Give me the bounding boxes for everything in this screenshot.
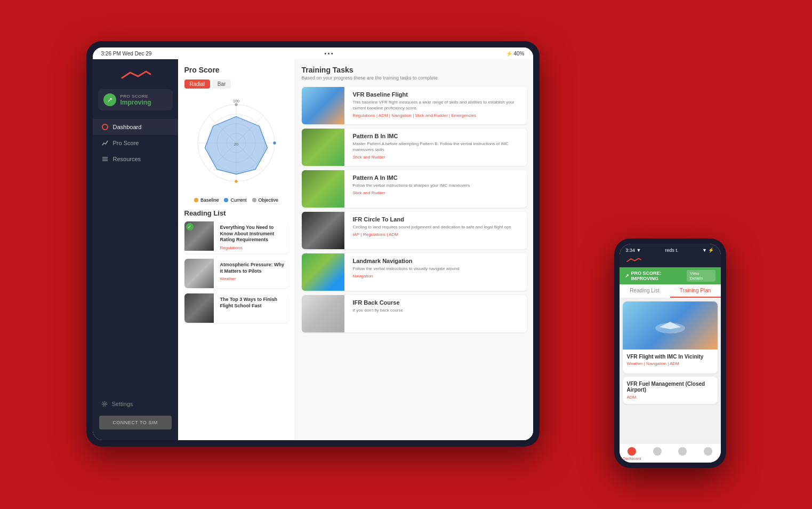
- task-desc-4: Follow the verbal instructions to visual…: [353, 266, 522, 272]
- improving-icon: ↗: [625, 273, 629, 279]
- task-thumb-3: [302, 212, 344, 249]
- task-info-1: Pattern B In IMC Master Pattern A before…: [349, 129, 527, 166]
- pro-score-nav-icon: [101, 139, 109, 147]
- reading-info-2: The Top 3 Ways to Finish Flight School F…: [218, 293, 288, 323]
- baseline-dot: [194, 198, 198, 202]
- reading-thumb-2: [184, 293, 214, 323]
- view-details-button[interactable]: View Details: [687, 270, 715, 282]
- task-name-1: Pattern B In IMC: [353, 133, 522, 139]
- radial-toggle-button[interactable]: Radial: [184, 79, 210, 89]
- iphone-battery: ▼ ⚡: [702, 248, 714, 253]
- pro-score-label: PRO SCORE: [120, 94, 151, 99]
- scene: 3:26 PM Wed Dec 29 • • • ⚡ 40% ↗ PR: [86, 41, 726, 468]
- task-desc-5: If you don't fly back course: [353, 307, 522, 313]
- training-tasks-subtitle: Based on your progress these are the tra…: [302, 75, 527, 81]
- task-name-0: VFR Baseline Flight: [353, 91, 522, 98]
- task-item-1[interactable]: Pattern B In IMC Master Pattern A before…: [302, 129, 527, 166]
- chart-icon: [653, 447, 662, 456]
- iphone-card-tags-0: Weather | Navigation | ADM: [627, 361, 713, 366]
- tab-training-plan[interactable]: Training Plan: [670, 284, 721, 298]
- reading-item-title-0: Everything You Need to Know About Instru…: [220, 225, 286, 243]
- task-info-0: VFR Baseline Flight This baseline VFR fl…: [349, 87, 527, 124]
- legend-objective: Objective: [252, 197, 279, 203]
- tab-reading-list[interactable]: Reading List: [620, 284, 670, 298]
- iphone-nav-dashboard-label: Dashboard: [623, 457, 641, 460]
- ipad-dots: • • •: [325, 51, 333, 57]
- ipad-status-bar: 3:26 PM Wed Dec 29 • • • ⚡ 40%: [93, 47, 533, 59]
- svg-point-4: [102, 402, 107, 407]
- iphone-device: 3:34 ▼ reds t. ▼ ⚡ ↗ PRO SCORE: IMPROVIN…: [614, 238, 726, 468]
- task-item-2[interactable]: Pattern A In IMC Follow the verbal instr…: [302, 170, 527, 208]
- resources-icon: [101, 155, 109, 163]
- pro-score-panel: Pro Score Radial Bar: [178, 59, 295, 440]
- pro-score-panel-title: Pro Score: [184, 66, 288, 74]
- iphone-card-1[interactable]: VFR Fuel Management (Closed Airport) ADM: [623, 377, 718, 404]
- task-tags-0: Regulations | ADM | Navigation | Stick a…: [353, 113, 522, 118]
- sidebar-item-dashboard[interactable]: Dashboard: [93, 119, 178, 135]
- legend-baseline: Baseline: [194, 197, 219, 203]
- iphone-card-0[interactable]: VFR Flight with IMC In Vicinity Weather …: [623, 301, 718, 373]
- iphone-small-card-tags-1: ADM: [627, 395, 713, 400]
- task-thumb-2: [302, 170, 344, 208]
- svg-point-16: [235, 103, 237, 106]
- iphone-nav-chart[interactable]: [645, 447, 670, 460]
- ipad-battery: ⚡ 40%: [506, 51, 525, 57]
- sidebar-logo: [93, 66, 178, 87]
- task-desc-2: Follow the verbal instructions to sharpe…: [353, 182, 522, 188]
- check-badge-0: ✓: [186, 223, 194, 230]
- task-item-0[interactable]: VFR Baseline Flight This baseline VFR fl…: [302, 87, 527, 124]
- task-name-2: Pattern A In IMC: [353, 174, 522, 181]
- logo-icon: [119, 70, 151, 81]
- reading-item-1[interactable]: Atmospheric Pressure: Why it Matters to …: [184, 259, 288, 288]
- iphone-pro-score-label: PRO SCORE: IMPROVING: [631, 271, 687, 281]
- objective-label: Objective: [259, 197, 279, 203]
- baseline-label: Baseline: [200, 197, 219, 203]
- radial-bar-toggle: Radial Bar: [184, 79, 288, 89]
- main-content-area: Pro Score Radial Bar: [178, 59, 533, 440]
- sidebar-settings[interactable]: Settings: [93, 396, 178, 411]
- ipad-main-content: ↗ PRO SCORE Improving Dashboard: [93, 59, 533, 440]
- task-item-4[interactable]: Landmark Navigation Follow the verbal in…: [302, 253, 527, 291]
- svg-point-18: [235, 180, 237, 182]
- task-item-5[interactable]: IFR Back Course If you don't fly back co…: [302, 295, 527, 332]
- chart-legend: Baseline Current Objective: [184, 197, 288, 203]
- iphone-card-info-0: VFR Flight with IMC In Vicinity Weather …: [623, 349, 718, 373]
- reading-item-2[interactable]: The Top 3 Ways to Finish Flight School F…: [184, 293, 288, 323]
- sidebar: ↗ PRO SCORE Improving Dashboard: [93, 59, 178, 440]
- task-name-5: IFR Back Course: [353, 299, 522, 306]
- training-tasks-title: Training Tasks: [302, 66, 527, 74]
- dashboard-icon: [101, 123, 109, 131]
- iphone-logo-icon: [626, 258, 642, 263]
- connect-sim-button[interactable]: CONNECT TO SIM: [99, 416, 172, 430]
- iphone-small-card-title-1: VFR Fuel Management (Closed Airport): [627, 381, 713, 393]
- task-thumb-4: [302, 253, 344, 291]
- iphone-nav-gear[interactable]: [695, 447, 721, 460]
- task-thumb-5: [302, 295, 344, 332]
- sidebar-item-resources[interactable]: Resources: [93, 151, 178, 167]
- task-info-5: IFR Back Course If you don't fly back co…: [349, 295, 527, 332]
- iphone-header: [620, 256, 721, 267]
- iphone-time: 3:34 ▼: [626, 248, 641, 253]
- task-info-2: Pattern A In IMC Follow the verbal instr…: [349, 170, 527, 208]
- task-desc-3: Circling to land requires sound judgemen…: [353, 224, 522, 230]
- reading-list-section: Reading List ✓ Everything You Need to Kn…: [184, 203, 288, 323]
- sidebar-item-pro-score[interactable]: Pro Score: [93, 135, 178, 151]
- training-tasks-panel: Training Tasks Based on your progress th…: [295, 59, 533, 440]
- iphone-nav-dashboard[interactable]: Dashboard: [620, 447, 645, 460]
- task-name-3: IFR Circle To Land: [353, 216, 522, 222]
- objective-dot: [252, 198, 256, 202]
- iphone-screen: 3:34 ▼ reds t. ▼ ⚡ ↗ PRO SCORE: IMPROVIN…: [620, 244, 721, 463]
- iphone-content: VFR Flight with IMC In Vicinity Weather …: [620, 298, 721, 443]
- bar-toggle-button[interactable]: Bar: [212, 79, 231, 89]
- iphone-status-bar: 3:34 ▼ reds t. ▼ ⚡: [620, 244, 721, 256]
- current-dot: [224, 198, 228, 202]
- plane-icon: [649, 312, 692, 339]
- home-icon: [628, 447, 636, 456]
- reading-item-0[interactable]: ✓ Everything You Need to Know About Inst…: [184, 221, 288, 253]
- iphone-card-img-0: [623, 301, 718, 349]
- ipad-device: 3:26 PM Wed Dec 29 • • • ⚡ 40% ↗ PR: [86, 41, 540, 447]
- task-item-3[interactable]: IFR Circle To Land Circling to land requ…: [302, 212, 527, 249]
- iphone-nav-list[interactable]: [670, 447, 696, 460]
- resources-nav-label: Resources: [113, 156, 141, 162]
- task-thumb-1: [302, 129, 344, 166]
